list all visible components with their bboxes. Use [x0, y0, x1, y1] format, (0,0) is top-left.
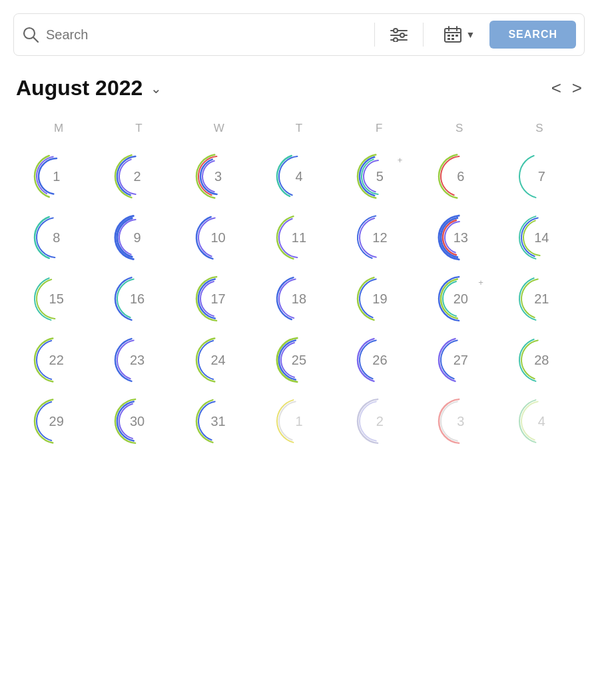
day-number: 28 [534, 353, 549, 368]
day-header-T: T [259, 116, 339, 140]
calendar-cell[interactable]: 24 [178, 329, 258, 391]
day-number: 5 [376, 169, 384, 184]
day-circle[interactable]: 3 [437, 397, 485, 445]
calendar-title-dropdown[interactable]: ⌄ [150, 81, 162, 96]
calendar-filter-button[interactable]: ▼ [440, 22, 479, 47]
calendar-cell[interactable]: 8 [16, 207, 97, 268]
day-number: 13 [453, 230, 468, 246]
day-circle[interactable]: 29 [33, 397, 81, 445]
svg-rect-15 [448, 38, 450, 40]
calendar-cell[interactable]: 18 [258, 268, 339, 329]
more-events-badge: + [478, 277, 483, 287]
calendar-cell[interactable]: 25 [258, 329, 339, 391]
day-circle[interactable]: 19 [356, 275, 404, 323]
day-circle[interactable]: 1 [275, 397, 323, 445]
svg-line-1 [34, 38, 39, 43]
calendar-cell[interactable]: 4 [501, 391, 582, 452]
day-number: 20 [453, 291, 468, 307]
day-number: 27 [453, 353, 468, 368]
day-circle[interactable]: 17 [194, 275, 242, 323]
day-number: 4 [538, 414, 545, 429]
day-circle[interactable]: 22 [33, 336, 81, 384]
calendar-cell[interactable]: 6 [420, 146, 501, 207]
day-circle[interactable]: 2 [356, 397, 404, 445]
day-circle[interactable]: 15 [33, 275, 81, 323]
calendar-cell[interactable]: 2 [340, 391, 420, 452]
day-circle[interactable]: 4 [517, 397, 565, 445]
calendar-cell[interactable]: 5+ [340, 146, 420, 207]
day-circle[interactable]: 5+ [356, 152, 404, 200]
divider-1 [374, 23, 375, 47]
day-circle[interactable]: 30 [113, 397, 161, 445]
day-circle[interactable]: 6 [437, 152, 485, 200]
calendar-cell[interactable]: 9 [97, 207, 177, 268]
day-circle[interactable]: 16 [113, 275, 161, 323]
day-circle[interactable]: 2 [113, 152, 161, 200]
calendar-cell[interactable]: 26 [340, 329, 420, 391]
day-circle[interactable]: 10 [194, 214, 242, 262]
calendar-cell[interactable]: 30 [97, 391, 177, 452]
calendar-cell[interactable]: 16 [97, 268, 177, 329]
day-circle[interactable]: 21 [517, 275, 565, 323]
calendar-cell[interactable]: 11 [258, 207, 339, 268]
day-circle[interactable]: 11 [275, 214, 323, 262]
calendar-cell[interactable]: 31 [178, 391, 258, 452]
day-circle[interactable]: 24 [194, 336, 242, 384]
calendar-cell[interactable]: 15 [16, 268, 97, 329]
prev-month-button[interactable]: < [551, 78, 561, 98]
day-circle[interactable]: 3 [194, 152, 242, 200]
day-circle[interactable]: 14 [517, 214, 565, 262]
day-header-F: F [339, 116, 419, 140]
calendar-cell[interactable]: 20+ [420, 268, 501, 329]
calendar-cell[interactable]: 3 [178, 146, 258, 207]
day-headers-row: MTWTFSS [13, 116, 585, 140]
day-number: 15 [49, 291, 64, 307]
day-circle[interactable]: 18 [275, 275, 323, 323]
calendar-cell[interactable]: 2 [97, 146, 177, 207]
day-circle[interactable]: 23 [113, 336, 161, 384]
next-month-button[interactable]: > [572, 78, 582, 98]
day-circle[interactable]: 28 [517, 336, 565, 384]
day-circle[interactable]: 26 [356, 336, 404, 384]
day-circle[interactable]: 9 [113, 214, 161, 262]
calendar-navigation: < > [551, 78, 582, 98]
calendar-cell[interactable]: 28 [501, 329, 582, 391]
calendar-cell[interactable]: 3 [420, 391, 501, 452]
day-circle[interactable]: 12 [356, 214, 404, 262]
filter-button[interactable] [386, 23, 412, 46]
search-input[interactable] [46, 27, 364, 43]
calendar-cell[interactable]: 29 [16, 391, 97, 452]
day-circle[interactable]: 31 [194, 397, 242, 445]
calendar-cell[interactable]: 17 [178, 268, 258, 329]
calendar-cell[interactable]: 14 [501, 207, 582, 268]
calendar-cell[interactable]: 7 [501, 146, 582, 207]
day-circle[interactable]: 20+ [437, 275, 485, 323]
day-number: 26 [372, 353, 387, 368]
day-circle[interactable]: 7 [517, 152, 565, 200]
day-circle[interactable]: 25 [275, 336, 323, 384]
day-number: 2 [134, 169, 141, 184]
calendar-cell[interactable]: 27 [420, 329, 501, 391]
day-circle[interactable]: 8 [33, 214, 81, 262]
day-header-S: S [419, 116, 499, 140]
day-circle[interactable]: 27 [437, 336, 485, 384]
calendar-cell[interactable]: 21 [501, 268, 582, 329]
calendar-cell[interactable]: 13 [420, 207, 501, 268]
day-number: 1 [53, 169, 60, 184]
search-bar: ▼ SEARCH [13, 13, 585, 56]
calendar-cell[interactable]: 10 [178, 207, 258, 268]
calendar-cell[interactable]: 22 [16, 329, 97, 391]
day-number: 11 [292, 230, 306, 246]
day-circle[interactable]: 4 [275, 152, 323, 200]
calendar-cell[interactable]: 19 [340, 268, 420, 329]
calendar-cell[interactable]: 4 [258, 146, 339, 207]
day-circle[interactable]: 13 [437, 214, 485, 262]
day-circle[interactable]: 1 [33, 152, 81, 200]
calendar-cell[interactable]: 1 [16, 146, 97, 207]
calendar-cell[interactable]: 1 [258, 391, 339, 452]
search-button[interactable]: SEARCH [489, 21, 576, 49]
calendar-cell[interactable]: 23 [97, 329, 177, 391]
day-header-W: W [179, 116, 259, 140]
calendar-title: August 2022 [16, 76, 143, 100]
calendar-cell[interactable]: 12 [340, 207, 420, 268]
